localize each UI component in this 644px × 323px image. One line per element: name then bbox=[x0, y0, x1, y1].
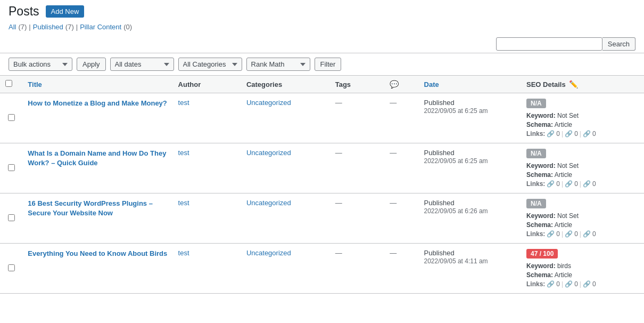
search-input[interactable] bbox=[496, 37, 602, 51]
keyword-value: Not Set bbox=[557, 112, 579, 119]
row-checkbox[interactable] bbox=[8, 264, 15, 271]
row-seo-cell: N/A Keyword: Not Set Schema: Article Lin… bbox=[521, 93, 644, 143]
pillar-content-link[interactable]: Pillar Content bbox=[80, 23, 121, 31]
link-icon-internal: 🔗 bbox=[547, 280, 555, 288]
tags-value: — bbox=[335, 149, 342, 157]
title-header[interactable]: Title bbox=[22, 76, 172, 93]
links-external-count: 0 bbox=[574, 280, 578, 288]
link-icon-affiliate: 🔗 bbox=[583, 280, 591, 288]
category-link[interactable]: Uncategorized bbox=[246, 199, 291, 207]
seo-score-badge: N/A bbox=[526, 199, 546, 208]
links-internal-count: 0 bbox=[556, 230, 560, 238]
date-status: Published bbox=[424, 99, 455, 107]
links-affiliate-count: 0 bbox=[592, 280, 596, 288]
toolbar: Bulk actions Apply All dates All Categor… bbox=[0, 53, 644, 76]
seo-edit-icon[interactable]: ✏️ bbox=[569, 80, 578, 88]
keyword-label: Keyword: bbox=[526, 112, 556, 119]
search-bar: Search bbox=[0, 35, 644, 53]
row-checkbox[interactable] bbox=[8, 214, 15, 221]
filter-button[interactable]: Filter bbox=[315, 58, 342, 71]
row-tags-cell: — bbox=[330, 244, 385, 294]
schema-value: Article bbox=[555, 121, 572, 128]
select-all-checkbox[interactable] bbox=[5, 80, 12, 87]
row-checkbox-cell bbox=[0, 193, 22, 244]
published-count: (7) bbox=[65, 23, 74, 31]
row-checkbox-cell bbox=[0, 244, 22, 294]
seo-links-row: Links: 🔗 0 | 🔗 0 | 🔗 0 bbox=[526, 180, 639, 188]
row-categories-cell: Uncategorized bbox=[241, 143, 330, 193]
seo-links-row: Links: 🔗 0 | 🔗 0 | 🔗 0 bbox=[526, 230, 639, 238]
row-author-cell: test bbox=[173, 93, 241, 143]
category-link[interactable]: Uncategorized bbox=[246, 99, 291, 107]
row-author-cell: test bbox=[173, 193, 241, 244]
row-comments-cell: — bbox=[384, 143, 418, 193]
tags-value: — bbox=[335, 199, 342, 207]
date-sort-link[interactable]: Date bbox=[424, 80, 439, 88]
comments-value: — bbox=[390, 149, 397, 157]
comments-value: — bbox=[390, 199, 397, 207]
author-link[interactable]: test bbox=[178, 199, 189, 207]
all-dates-dropdown[interactable]: All dates bbox=[110, 58, 174, 71]
date-status: Published bbox=[424, 249, 455, 257]
keyword-label: Keyword: bbox=[526, 262, 556, 270]
link-icon-affiliate: 🔗 bbox=[583, 230, 591, 238]
apply-button[interactable]: Apply bbox=[77, 58, 106, 71]
row-title-cell: 16 Best Security WordPress Plugins – Sec… bbox=[22, 193, 172, 244]
categories-header: Categories bbox=[241, 76, 330, 93]
links-external-count: 0 bbox=[574, 180, 578, 188]
links-internal-count: 0 bbox=[556, 130, 560, 138]
rank-math-dropdown[interactable]: Rank Math bbox=[246, 58, 310, 71]
table-row: Everything You Need to Know About Birds … bbox=[0, 244, 644, 294]
row-comments-cell: — bbox=[384, 244, 418, 294]
row-seo-cell: N/A Keyword: Not Set Schema: Article Lin… bbox=[521, 143, 644, 193]
row-tags-cell: — bbox=[330, 143, 385, 193]
all-posts-link[interactable]: All bbox=[9, 23, 16, 31]
links-affiliate-count: 0 bbox=[592, 230, 596, 238]
seo-score-badge: N/A bbox=[526, 149, 546, 158]
seo-keyword-row: Keyword: Not Set bbox=[526, 112, 639, 119]
published-link[interactable]: Published bbox=[33, 23, 63, 31]
category-link[interactable]: Uncategorized bbox=[246, 249, 291, 257]
row-date-cell: Published 2022/09/05 at 6:25 am bbox=[419, 93, 521, 143]
category-link[interactable]: Uncategorized bbox=[246, 149, 291, 157]
post-title-link[interactable]: What Is a Domain Name and How Do They Wo… bbox=[28, 149, 167, 168]
bulk-actions-dropdown[interactable]: Bulk actions bbox=[9, 58, 72, 71]
row-checkbox[interactable] bbox=[8, 164, 15, 171]
links-label: Links: bbox=[526, 180, 545, 188]
author-link[interactable]: test bbox=[178, 99, 189, 107]
link-icon-external: 🔗 bbox=[565, 230, 573, 238]
date-status: Published bbox=[424, 199, 455, 207]
row-categories-cell: Uncategorized bbox=[241, 93, 330, 143]
post-title-link[interactable]: How to Monetize a Blog and Make Money? bbox=[28, 99, 167, 108]
seo-details-label: SEO Details bbox=[526, 80, 566, 88]
sub-nav: All (7) | Published (7) | Pillar Content… bbox=[0, 21, 644, 35]
schema-label: Schema: bbox=[526, 171, 553, 179]
date-value: 2022/09/05 at 4:11 am bbox=[424, 257, 488, 265]
search-button[interactable]: Search bbox=[602, 37, 635, 51]
schema-value: Article bbox=[555, 271, 572, 279]
schema-value: Article bbox=[555, 221, 572, 229]
seo-keyword-row: Keyword: birds bbox=[526, 262, 639, 270]
table-row: What Is a Domain Name and How Do They Wo… bbox=[0, 143, 644, 193]
post-title-link[interactable]: Everything You Need to Know About Birds bbox=[28, 249, 167, 259]
keyword-label: Keyword: bbox=[526, 162, 556, 169]
add-new-button[interactable]: Add New bbox=[46, 5, 85, 18]
row-comments-cell: — bbox=[384, 193, 418, 244]
links-affiliate-count: 0 bbox=[592, 130, 596, 138]
keyword-label: Keyword: bbox=[526, 212, 556, 220]
link-icon-external: 🔗 bbox=[565, 130, 573, 138]
keyword-value: Not Set bbox=[557, 212, 579, 220]
all-categories-dropdown[interactable]: All Categories bbox=[178, 58, 242, 71]
date-header[interactable]: Date bbox=[419, 76, 521, 93]
row-checkbox[interactable] bbox=[8, 114, 15, 121]
author-link[interactable]: test bbox=[178, 249, 189, 257]
row-date-cell: Published 2022/09/05 at 6:26 am bbox=[419, 193, 521, 244]
link-icon-affiliate: 🔗 bbox=[583, 130, 591, 138]
author-link[interactable]: test bbox=[178, 149, 189, 157]
title-sort-link[interactable]: Title bbox=[28, 80, 42, 88]
seo-score-badge: 47 / 100 bbox=[526, 249, 558, 259]
select-all-header bbox=[0, 76, 22, 93]
links-external-count: 0 bbox=[574, 230, 578, 238]
post-title-link[interactable]: 16 Best Security WordPress Plugins – Sec… bbox=[28, 199, 167, 218]
links-internal-count: 0 bbox=[556, 180, 560, 188]
